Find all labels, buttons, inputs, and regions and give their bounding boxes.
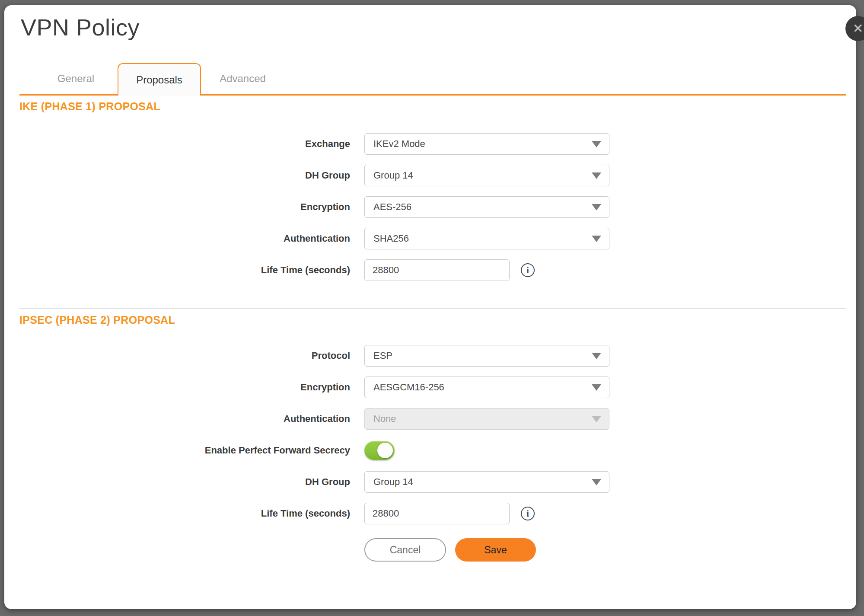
form-row-encryption-phase2: Encryption AESGCM16-256 bbox=[4, 371, 856, 403]
info-icon[interactable]: i bbox=[521, 263, 535, 277]
close-icon: ✕ bbox=[852, 22, 863, 35]
pfs-toggle[interactable] bbox=[364, 441, 395, 460]
life-time-phase2-input[interactable] bbox=[364, 503, 510, 524]
encryption-label: Encryption bbox=[4, 201, 350, 213]
dh-group-phase2-select[interactable]: Group 14 bbox=[364, 471, 609, 493]
encryption-select[interactable]: AES-256 bbox=[364, 196, 609, 218]
tab-advanced[interactable]: Advanced bbox=[201, 63, 284, 94]
form-row-life-time: Life Time (seconds) i bbox=[4, 254, 856, 286]
form-row-protocol: Protocol ESP bbox=[4, 340, 856, 371]
save-button[interactable]: Save bbox=[455, 538, 536, 562]
tab-bar: General Proposals Advanced bbox=[34, 63, 284, 96]
chevron-down-icon bbox=[592, 416, 601, 422]
form-row-dh-group-phase2: DH Group Group 14 bbox=[4, 466, 856, 498]
encryption-phase2-select-value: AESGCM16-256 bbox=[373, 382, 444, 393]
dh-group-label: DH Group bbox=[4, 170, 350, 181]
form-row-exchange: Exchange IKEv2 Mode bbox=[4, 128, 856, 160]
life-time-phase2-label: Life Time (seconds) bbox=[4, 508, 350, 519]
section-heading-ipsec-phase2: IPSEC (PHASE 2) PROPOSAL bbox=[19, 314, 175, 326]
form-row-life-time-phase2: Life Time (seconds) i bbox=[4, 498, 856, 529]
info-icon-glyph: i bbox=[526, 266, 529, 274]
dh-group-select[interactable]: Group 14 bbox=[364, 165, 609, 186]
protocol-select[interactable]: ESP bbox=[364, 345, 609, 367]
encryption-phase2-label: Encryption bbox=[4, 382, 350, 393]
dh-group-phase2-select-value: Group 14 bbox=[373, 476, 413, 488]
info-icon-glyph: i bbox=[526, 509, 529, 518]
toggle-knob bbox=[377, 443, 393, 458]
section-divider bbox=[19, 308, 846, 309]
form-row-authentication-phase2: Authentication None bbox=[4, 403, 856, 434]
authentication-label: Authentication bbox=[4, 233, 350, 244]
exchange-label: Exchange bbox=[4, 138, 350, 150]
protocol-select-value: ESP bbox=[373, 350, 392, 361]
authentication-phase2-select-value: None bbox=[373, 413, 396, 424]
vpn-policy-dialog: VPN Policy General Proposals Advanced IK… bbox=[4, 5, 856, 609]
tab-general-label: General bbox=[57, 73, 94, 85]
modal-backdrop: VPN Policy General Proposals Advanced IK… bbox=[0, 0, 864, 616]
ike-phase1-form: Exchange IKEv2 Mode DH Group Group 14 En… bbox=[4, 128, 856, 286]
info-icon[interactable]: i bbox=[521, 507, 535, 520]
encryption-select-value: AES-256 bbox=[373, 201, 411, 213]
tab-general[interactable]: General bbox=[34, 63, 118, 94]
tab-proposals[interactable]: Proposals bbox=[118, 63, 201, 96]
authentication-phase2-label: Authentication bbox=[4, 413, 350, 424]
tab-proposals-label: Proposals bbox=[136, 74, 182, 86]
authentication-select[interactable]: SHA256 bbox=[364, 228, 609, 249]
authentication-select-value: SHA256 bbox=[373, 233, 409, 244]
encryption-phase2-select[interactable]: AESGCM16-256 bbox=[364, 377, 609, 398]
chevron-down-icon bbox=[592, 236, 601, 242]
dialog-footer: Cancel Save bbox=[364, 538, 536, 562]
chevron-down-icon bbox=[592, 172, 601, 179]
life-time-input[interactable] bbox=[364, 259, 510, 281]
form-row-authentication: Authentication SHA256 bbox=[4, 223, 856, 254]
exchange-select-value: IKEv2 Mode bbox=[373, 138, 425, 150]
section-heading-ike-phase1: IKE (PHASE 1) PROPOSAL bbox=[19, 100, 160, 113]
dh-group-select-value: Group 14 bbox=[373, 170, 413, 181]
protocol-label: Protocol bbox=[4, 350, 350, 361]
chevron-down-icon bbox=[592, 353, 601, 359]
form-row-encryption: Encryption AES-256 bbox=[4, 191, 856, 223]
ipsec-phase2-form: Protocol ESP Encryption AESGCM16-256 Aut… bbox=[4, 340, 856, 529]
chevron-down-icon bbox=[592, 204, 601, 211]
chevron-down-icon bbox=[592, 479, 601, 485]
tab-advanced-label: Advanced bbox=[220, 73, 266, 85]
dh-group-phase2-label: DH Group bbox=[4, 476, 350, 488]
pfs-label: Enable Perfect Forward Secrecy bbox=[4, 445, 350, 456]
cancel-button[interactable]: Cancel bbox=[364, 538, 446, 562]
authentication-phase2-select: None bbox=[364, 408, 609, 430]
life-time-label: Life Time (seconds) bbox=[4, 265, 350, 276]
form-row-pfs: Enable Perfect Forward Secrecy bbox=[4, 434, 856, 466]
exchange-select[interactable]: IKEv2 Mode bbox=[364, 133, 609, 155]
chevron-down-icon bbox=[592, 384, 601, 391]
chevron-down-icon bbox=[592, 141, 601, 147]
form-row-dh-group: DH Group Group 14 bbox=[4, 160, 856, 191]
page-title: VPN Policy bbox=[21, 14, 140, 41]
